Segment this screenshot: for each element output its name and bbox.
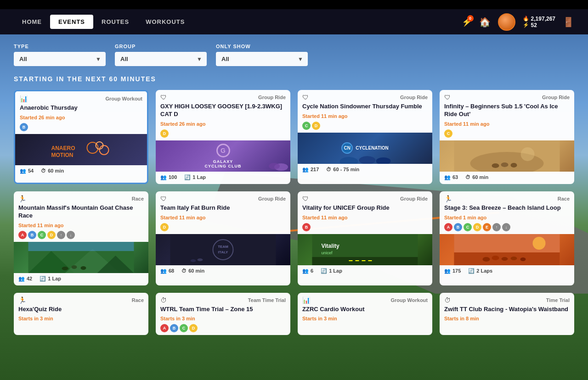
tt-icon: ⏱ xyxy=(444,296,451,304)
badge-down: ↓ xyxy=(67,231,75,239)
card-title: Anaerobic Thursday xyxy=(15,104,147,114)
group-select[interactable]: All ZwiftInsider Team Italy xyxy=(115,52,207,66)
card-header: 🏃 Race xyxy=(440,191,574,204)
group-select-wrapper[interactable]: All ZwiftInsider Team Italy ▼ xyxy=(115,52,207,66)
card-hexaquiz[interactable]: 🏃 Race Hexa'Quiz Ride Starts in 3 min xyxy=(14,293,148,335)
badge-c: C xyxy=(444,129,452,138)
card-time: Started 26 min ago xyxy=(156,120,290,129)
svg-text:MOTION: MOTION xyxy=(51,152,74,158)
card-mountain-massif[interactable]: 🏃 Race Mountain Massif's Mountain Goat C… xyxy=(14,191,148,285)
nav-item-events[interactable]: EVENTS xyxy=(50,15,93,29)
svg-text:Vitality: Vitality xyxy=(322,243,339,249)
participants-stat: 👥 217 xyxy=(302,167,319,173)
card-image xyxy=(440,140,574,172)
card-title: Zwift TT Club Racing - Watopia's Waistba… xyxy=(440,306,574,315)
svg-point-23 xyxy=(81,266,86,270)
nav-item-routes[interactable]: ROUTES xyxy=(93,15,137,29)
card-type-label: Group Ride xyxy=(400,196,428,201)
card-footer: 👥 175 🔄 2 Laps xyxy=(440,265,574,278)
badge-b: B xyxy=(302,223,311,231)
lap-stat: 🔄 1 Lap xyxy=(40,276,61,282)
badge-d: D xyxy=(473,223,481,231)
chart-icon: 📊 xyxy=(20,95,28,102)
card-vitality-unicef[interactable]: 🛡 Group Ride Vitality for UNICEF Group R… xyxy=(298,191,432,285)
home-button[interactable]: 🏠 xyxy=(479,17,491,28)
lap-icon: 🔄 xyxy=(468,268,475,274)
badge-a: A xyxy=(160,324,169,332)
card-anaerobic-thursday[interactable]: 📊 Group Workout Anaerobic Thursday Start… xyxy=(14,90,148,184)
type-select-wrapper[interactable]: All Group Ride Group Workout Race Time T… xyxy=(14,52,106,66)
duration-stat: ⏱ 60 min xyxy=(181,268,204,274)
svg-point-41 xyxy=(502,257,508,261)
card-title: Vitality for UNICEF Group Ride xyxy=(298,204,432,214)
svg-point-12 xyxy=(521,147,535,161)
race-icon: 🏃 xyxy=(18,296,26,304)
card-gxy[interactable]: 🛡 Group Ride GXY HIGH LOOSEY GOOSEY [1.9… xyxy=(156,90,290,184)
svg-rect-20 xyxy=(28,242,134,251)
card-time: Started 11 min ago xyxy=(298,112,432,122)
card-type-label: Group Ride xyxy=(258,95,286,100)
card-time: Starts in 3 min xyxy=(298,315,432,324)
person-icon: 👥 xyxy=(20,168,26,174)
card-footer: 👥 100 🔄 1 Lap xyxy=(156,172,290,184)
person-icon: 👥 xyxy=(160,174,167,180)
participants-stat: 👥 54 xyxy=(20,168,34,174)
card-footer: 👥 42 🔄 1 Lap xyxy=(14,273,148,285)
only-show-select[interactable]: All Joined Favorites xyxy=(216,52,308,66)
power-up-button[interactable]: ⚡ 0 xyxy=(462,17,472,27)
card-header: 🛡 Group Ride xyxy=(156,191,290,204)
participants-count: 68 xyxy=(169,268,174,274)
svg-point-43 xyxy=(520,257,526,261)
card-wtrl-ttt[interactable]: ⏱ Team Time Trial WTRL Team Time Trial –… xyxy=(156,293,290,335)
card-time: Starts in 3 min xyxy=(156,315,290,324)
card-cycle-nation[interactable]: 🛡 Group Ride Cycle Nation Sindowner Thur… xyxy=(298,90,432,184)
background-area: TYPE All Group Ride Group Workout Race T… xyxy=(0,34,588,380)
svg-point-14 xyxy=(501,162,509,167)
card-footer: 👥 6 🔄 1 Lap xyxy=(298,265,432,278)
card-title: Hexa'Quiz Ride xyxy=(14,306,148,315)
logout-button[interactable]: 🚪 xyxy=(563,17,574,28)
card-title: Cycle Nation Sindowner Thursday Fumble xyxy=(298,103,432,112)
card-team-italy[interactable]: 🛡 Group Ride Team Italy Fat Burn Ride St… xyxy=(156,191,290,285)
card-stage3[interactable]: 🏃 Race Stage 3: Sea Breeze – Beach Islan… xyxy=(440,191,574,285)
race-icon: 🏃 xyxy=(18,195,26,202)
participants-count: 175 xyxy=(452,268,461,274)
filter-group-label: GROUP xyxy=(115,44,207,49)
card-header: 🛡 Group Ride xyxy=(298,191,432,204)
avatar[interactable] xyxy=(498,13,515,31)
card-time: Starts in 3 min xyxy=(14,315,148,324)
card-image: G GALAXYCYCLING CLUB xyxy=(156,140,290,172)
lap-value: 2 Laps xyxy=(476,268,492,274)
duration-value: 60 min xyxy=(188,268,204,274)
card-header: 🏃 Race xyxy=(14,191,148,204)
user-xp: 🔥 2,197,267 xyxy=(523,16,555,22)
top-bar xyxy=(0,0,588,9)
card-infinity[interactable]: 🛡 Group Ride Infinity – Beginners Sub 1.… xyxy=(440,90,574,184)
lap-icon: 🔄 xyxy=(40,276,46,282)
card-zwift-tt-club[interactable]: ⏱ Time Trial Zwift TT Club Racing - Wato… xyxy=(440,293,574,335)
svg-point-3 xyxy=(100,145,109,155)
card-image: CN CYCLENATION xyxy=(298,133,432,164)
user-stats: 🔥 2,197,267 ⚡ 52 xyxy=(523,16,555,28)
avatar-image xyxy=(499,14,514,30)
nav-item-home[interactable]: HOME xyxy=(14,15,50,29)
card-header: ⏱ Team Time Trial xyxy=(156,293,290,306)
only-show-select-wrapper[interactable]: All Joined Favorites ▼ xyxy=(216,52,308,66)
card-header: ⏱ Time Trial xyxy=(440,293,574,306)
participants-stat: 👥 6 xyxy=(302,268,313,274)
notification-badge: 0 xyxy=(467,15,474,22)
badge-b: B xyxy=(20,123,28,131)
card-image: Vitality unicef for every child xyxy=(298,234,432,265)
svg-point-29 xyxy=(198,258,203,261)
card-zzrc-cardio[interactable]: 📊 Group Workout ZZRC Cardio Workout Star… xyxy=(298,293,432,335)
card-time: Started 11 min ago xyxy=(14,222,148,231)
card-footer: 👥 217 ⏱ 60 - 75 min xyxy=(298,164,432,176)
nav-item-workouts[interactable]: WORKOUTS xyxy=(137,15,193,29)
person-icon: 👥 xyxy=(302,167,309,173)
lap-stat: 🔄 1 Lap xyxy=(184,174,206,180)
svg-point-39 xyxy=(483,257,490,262)
nav-right: ⚡ 0 🏠 🔥 2,197,267 ⚡ 52 🚪 xyxy=(462,13,574,31)
type-select[interactable]: All Group Ride Group Workout Race Time T… xyxy=(14,52,106,66)
house-icon: 🏠 xyxy=(479,17,491,27)
card-image: TEAM ITALY xyxy=(156,234,290,265)
